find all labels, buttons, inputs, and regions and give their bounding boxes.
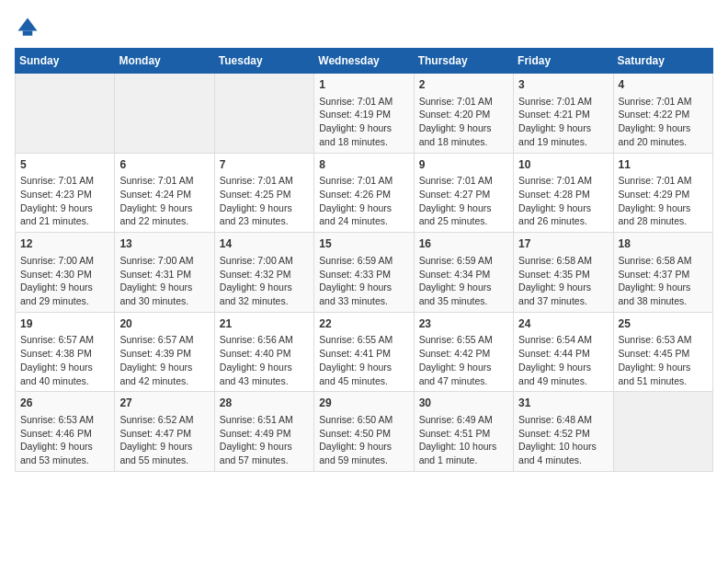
day-info: Sunrise: 7:01 AM [619,174,708,188]
day-number: 15 [319,236,408,252]
calendar-cell: 12Sunrise: 7:00 AMSunset: 4:30 PMDayligh… [16,233,115,313]
logo-icon [15,15,40,40]
day-info: Sunrise: 7:01 AM [619,95,708,109]
day-number: 23 [419,316,508,332]
calendar-cell: 24Sunrise: 6:54 AMSunset: 4:44 PMDayligh… [514,312,613,392]
day-number: 7 [220,157,309,173]
day-number: 19 [20,316,109,332]
weekday-header: Tuesday [214,49,313,74]
day-info: Daylight: 9 hours and 43 minutes. [220,361,309,387]
day-number: 18 [619,236,708,252]
day-info: Daylight: 9 hours and 37 minutes. [518,281,608,307]
svg-marker-0 [18,18,38,31]
calendar-cell [613,392,712,472]
day-number: 20 [119,316,209,332]
day-info: Sunrise: 6:57 AM [119,333,209,347]
day-info: Daylight: 9 hours and 32 minutes. [220,281,309,307]
day-number: 17 [518,236,608,252]
day-number: 12 [20,236,109,252]
day-info: Daylight: 9 hours and 33 minutes. [319,281,408,307]
day-number: 11 [619,157,708,173]
day-info: Daylight: 9 hours and 55 minutes. [119,440,209,466]
calendar-cell: 3Sunrise: 7:01 AMSunset: 4:21 PMDaylight… [514,74,613,154]
day-number: 6 [119,157,209,173]
day-info: Daylight: 9 hours and 24 minutes. [319,201,408,228]
weekday-header: Monday [115,49,214,74]
day-info: Sunrise: 7:01 AM [419,95,508,109]
day-info: Sunset: 4:32 PM [220,268,309,282]
day-info: Sunset: 4:33 PM [319,268,408,282]
weekday-header: Sunday [16,49,115,74]
day-info: Daylight: 9 hours and 51 minutes. [619,361,708,387]
calendar-week-row: 1Sunrise: 7:01 AMSunset: 4:19 PMDaylight… [16,74,713,154]
day-number: 25 [619,316,708,332]
day-info: Daylight: 9 hours and 59 minutes. [319,440,408,466]
day-number: 22 [319,316,408,332]
day-info: Daylight: 9 hours and 38 minutes. [619,281,708,307]
calendar-cell: 19Sunrise: 6:57 AMSunset: 4:38 PMDayligh… [16,312,115,392]
day-number: 31 [518,396,608,411]
day-info: Sunset: 4:28 PM [518,188,608,201]
calendar-cell: 8Sunrise: 7:01 AMSunset: 4:26 PMDaylight… [314,153,414,233]
day-number: 5 [20,157,109,173]
calendar-table: SundayMondayTuesdayWednesdayThursdayFrid… [15,48,713,472]
day-info: Sunrise: 7:00 AM [119,254,209,268]
calendar-cell: 28Sunrise: 6:51 AMSunset: 4:49 PMDayligh… [214,392,313,472]
calendar-cell: 18Sunrise: 6:58 AMSunset: 4:37 PMDayligh… [613,233,712,313]
calendar-cell: 27Sunrise: 6:52 AMSunset: 4:47 PMDayligh… [115,392,214,472]
day-info: Daylight: 9 hours and 30 minutes. [119,281,209,307]
day-number: 10 [518,157,608,173]
day-info: Daylight: 9 hours and 20 minutes. [619,121,708,148]
day-info: Daylight: 9 hours and 21 minutes. [20,201,109,228]
calendar-week-row: 5Sunrise: 7:01 AMSunset: 4:23 PMDaylight… [16,153,713,233]
day-info: Sunrise: 6:54 AM [518,333,608,347]
day-info: Sunrise: 6:55 AM [319,333,408,347]
day-info: Sunset: 4:40 PM [220,347,309,361]
day-info: Sunrise: 6:55 AM [419,333,508,347]
day-info: Daylight: 9 hours and 42 minutes. [119,361,209,387]
calendar-week-row: 26Sunrise: 6:53 AMSunset: 4:46 PMDayligh… [16,392,713,472]
calendar-cell: 6Sunrise: 7:01 AMSunset: 4:24 PMDaylight… [115,153,214,233]
calendar-cell: 26Sunrise: 6:53 AMSunset: 4:46 PMDayligh… [16,392,115,472]
day-number: 1 [319,77,408,93]
day-info: Sunrise: 6:50 AM [319,413,408,427]
day-info: Sunset: 4:51 PM [419,427,508,441]
calendar-cell: 2Sunrise: 7:01 AMSunset: 4:20 PMDaylight… [414,74,513,154]
day-info: Sunrise: 6:51 AM [220,413,309,427]
day-number: 14 [220,236,309,252]
day-info: Sunset: 4:50 PM [319,427,408,441]
day-number: 21 [220,316,309,332]
day-info: Daylight: 9 hours and 22 minutes. [119,201,209,228]
day-info: Daylight: 9 hours and 29 minutes. [20,281,109,307]
day-info: Daylight: 9 hours and 57 minutes. [220,440,309,466]
day-info: Sunrise: 6:53 AM [20,413,109,427]
calendar-cell: 30Sunrise: 6:49 AMSunset: 4:51 PMDayligh… [414,392,513,472]
day-number: 27 [119,396,209,411]
day-info: Sunset: 4:46 PM [20,427,109,441]
day-info: Sunset: 4:34 PM [419,268,508,282]
weekday-header: Thursday [414,49,513,74]
calendar-cell: 4Sunrise: 7:01 AMSunset: 4:22 PMDaylight… [613,74,712,154]
day-info: Sunset: 4:35 PM [518,268,608,282]
day-info: Sunset: 4:20 PM [419,108,508,121]
day-info: Sunset: 4:19 PM [319,108,408,121]
day-info: Sunset: 4:26 PM [319,188,408,201]
day-info: Sunset: 4:25 PM [220,188,309,201]
day-info: Sunrise: 7:01 AM [220,174,309,188]
day-info: Sunrise: 7:01 AM [518,95,608,109]
day-info: Sunset: 4:39 PM [119,347,209,361]
day-info: Sunset: 4:42 PM [419,347,508,361]
day-info: Daylight: 9 hours and 53 minutes. [20,440,109,466]
day-number: 13 [119,236,209,252]
day-info: Sunset: 4:52 PM [518,427,608,441]
day-info: Sunset: 4:24 PM [119,188,209,201]
calendar-cell: 31Sunrise: 6:48 AMSunset: 4:52 PMDayligh… [514,392,613,472]
day-info: Sunrise: 6:58 AM [619,254,708,268]
day-info: Sunset: 4:41 PM [319,347,408,361]
calendar-cell: 9Sunrise: 7:01 AMSunset: 4:27 PMDaylight… [414,153,513,233]
day-info: Daylight: 9 hours and 49 minutes. [518,361,608,387]
day-info: Sunrise: 7:01 AM [319,174,408,188]
day-info: Sunrise: 7:00 AM [20,254,109,268]
day-info: Sunset: 4:38 PM [20,347,109,361]
calendar-cell: 11Sunrise: 7:01 AMSunset: 4:29 PMDayligh… [613,153,712,233]
